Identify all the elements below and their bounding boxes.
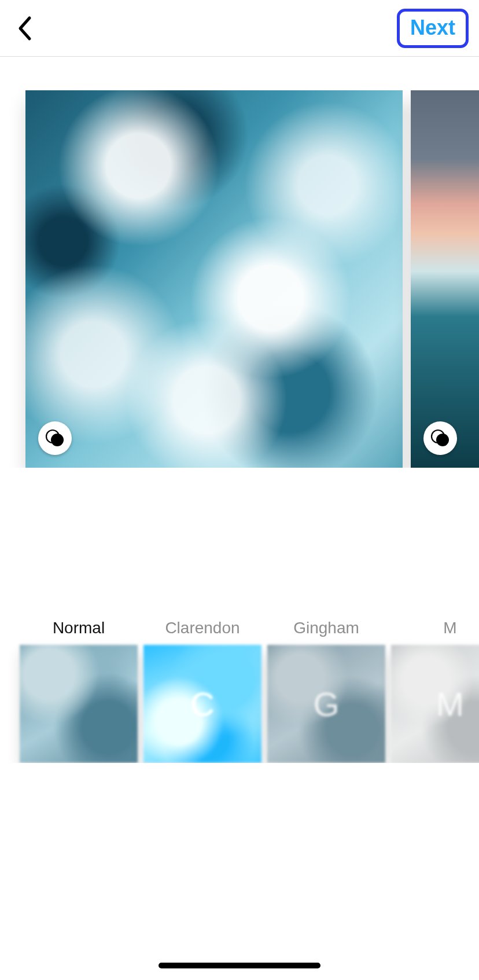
- filter-thumb: G: [267, 645, 385, 763]
- svg-point-3: [436, 434, 449, 446]
- filter-label: Gingham: [267, 615, 385, 641]
- filter-item-clarendon[interactable]: Clarendon C: [143, 615, 261, 763]
- lux-button[interactable]: [423, 421, 457, 455]
- lux-button[interactable]: [38, 421, 72, 455]
- filter-item-next[interactable]: M M: [391, 615, 479, 763]
- filter-thumb: M: [391, 645, 479, 763]
- filter-thumb: C: [143, 645, 261, 763]
- filter-label: Clarendon: [143, 615, 261, 641]
- svg-point-1: [51, 434, 64, 446]
- header-bar: Next: [0, 0, 479, 57]
- next-button-label: Next: [410, 16, 455, 39]
- filter-strip[interactable]: Normal Clarendon C Gingham G M M: [0, 615, 479, 763]
- filter-label: Normal: [20, 615, 138, 641]
- home-indicator[interactable]: [159, 963, 320, 968]
- filter-letter: M: [436, 685, 464, 724]
- venn-icon: [430, 428, 450, 448]
- filter-thumb: [20, 645, 138, 763]
- filter-letter: G: [313, 685, 339, 724]
- filter-label: M: [391, 615, 479, 641]
- filter-item-normal[interactable]: Normal: [20, 615, 138, 763]
- photo-preview[interactable]: [25, 90, 403, 468]
- photo-carousel[interactable]: [0, 90, 479, 468]
- venn-icon: [45, 428, 65, 448]
- filter-item-gingham[interactable]: Gingham G: [267, 615, 385, 763]
- back-button[interactable]: [10, 14, 39, 43]
- filter-letter: C: [190, 685, 215, 724]
- chevron-left-icon: [17, 16, 33, 41]
- photo-preview[interactable]: [411, 90, 479, 468]
- next-button[interactable]: Next: [397, 9, 469, 48]
